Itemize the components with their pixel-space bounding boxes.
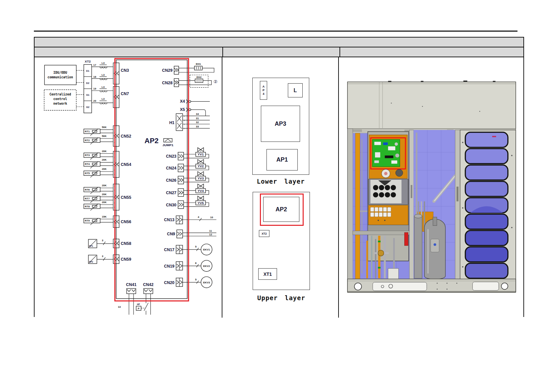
cn59-label: CN59 — [121, 257, 131, 262]
svg-text:RT8: RT8 — [85, 205, 90, 208]
cn7-label: CN7 — [121, 91, 129, 96]
center-frame-column — [409, 130, 414, 292]
sp2-pressure-sensor: SP2 3 — [88, 255, 113, 264]
base-hole — [354, 283, 362, 290]
hp-pressure-switch: HP P — [136, 303, 144, 310]
board-ap1: AP1 — [266, 149, 298, 170]
svg-text:CN23: CN23 — [166, 154, 176, 159]
l3-choke-label: L3 — [102, 73, 105, 76]
svg-text:RT3: RT3 — [85, 154, 90, 157]
svg-text:20K: 20K — [102, 201, 107, 204]
terminal-d1: D1 — [86, 69, 89, 72]
svg-text:3: 3 — [184, 119, 185, 121]
svg-text:EKV3: EKV3 — [203, 281, 210, 284]
rt7-sensor: RT7 20K — [84, 193, 113, 203]
small-separator-cylinder — [414, 214, 422, 278]
cn55-label: CN55 — [121, 195, 131, 200]
terminal-strip — [368, 205, 408, 225]
svg-text:5: 5 — [195, 278, 197, 281]
svg-text:6: 6 — [195, 262, 197, 265]
svg-text:18: 18 — [93, 75, 96, 78]
svg-text:32: 32 — [196, 121, 199, 124]
wire-19: 19 L3 — [92, 86, 113, 92]
rt6-sensor: RT6 20K — [84, 184, 113, 194]
board-layout-cell: A P 4 L AP3 AP1 Lower layer AP2 XT2 XT1 … — [222, 57, 339, 318]
sp1-pressure-sensor: SP1 3 — [88, 239, 113, 248]
svg-text:CN30: CN30 — [166, 203, 176, 207]
svg-text:CN26: CN26 — [166, 178, 176, 183]
cn3-label: CN3 — [121, 68, 129, 73]
svg-text:RT1: RT1 — [85, 130, 90, 133]
x4-terminal: X4 — [180, 99, 210, 104]
board-l: L — [288, 83, 303, 97]
svg-text:YV5: YV5 — [197, 201, 204, 205]
svg-text:1: 1 — [184, 115, 185, 117]
svg-text:RT6: RT6 — [85, 188, 90, 191]
svg-text:3: 3 — [102, 239, 103, 242]
svg-text:CN20: CN20 — [164, 280, 175, 285]
wire-17: 17 L3 — [92, 62, 113, 68]
middle-compartment — [414, 130, 455, 279]
eh2-label: EH2 — [196, 76, 202, 79]
rt1-sensor: RT1 50K — [84, 126, 113, 136]
guard-slot — [465, 181, 508, 196]
svg-text:3: 3 — [102, 255, 103, 258]
right-frame-column — [455, 130, 460, 292]
rt-sensor-rows: RT1 50K RT2 50K — [84, 126, 113, 225]
idu-box-line1: IDU/ODU — [53, 71, 67, 74]
svg-text:CN27: CN27 — [166, 191, 176, 195]
coil-guard-panel — [460, 130, 516, 292]
xt2-label: XT2 — [85, 60, 91, 63]
ccn-box-line1: Centralized — [49, 92, 71, 96]
content-table: XT2 D1 D2 G1 G2 IDU/ODU communication — [34, 37, 524, 317]
ap2-wiring-diagram: XT2 D1 D2 G1 G2 IDU/ODU communication — [35, 57, 222, 318]
cn54-label: CN54 — [121, 162, 131, 167]
cn41-label: CN41 — [126, 282, 137, 287]
svg-text:YV4: YV4 — [197, 189, 204, 193]
guard-slot — [465, 214, 508, 229]
table-subheader-row — [35, 47, 523, 57]
svg-text:31: 31 — [196, 117, 199, 120]
svg-text:RT5: RT5 — [85, 172, 90, 175]
board-ap2: AP2 — [263, 197, 299, 222]
svg-text:20K: 20K — [102, 158, 107, 161]
rt9-sensor: RT9 15K — [84, 215, 113, 225]
terminal-d2: D2 — [86, 82, 89, 85]
vent-cutout — [396, 169, 403, 176]
svg-text:EKV2: EKV2 — [203, 265, 210, 268]
h1-label: H1 — [169, 120, 174, 125]
electrical-box — [368, 132, 409, 261]
svg-text:19: 19 — [93, 88, 96, 91]
rt3-sensor: RT3 20K — [84, 150, 113, 160]
p-symbol: P — [138, 307, 140, 310]
centralized-control-network-box: Centralized control network — [44, 90, 84, 111]
unit-photo-cell — [339, 57, 523, 318]
board-ap3: AP3 — [261, 106, 300, 142]
wire-18: 18 L3 — [92, 73, 113, 80]
terminal-xt2: XT2 — [259, 230, 269, 237]
svg-text:11: 11 — [209, 229, 212, 232]
rt8-sensor: RT8 20K — [84, 201, 113, 211]
terminal-g2: G2 — [86, 106, 89, 109]
svg-text:34: 34 — [196, 113, 199, 116]
page-top-rule — [34, 31, 517, 32]
guard-slot — [465, 247, 508, 262]
cn28-label: CN28 — [162, 81, 173, 85]
svg-text:20: 20 — [93, 99, 96, 102]
guard-slot — [465, 263, 508, 278]
ccn-box-line3: network — [53, 102, 67, 105]
base-hole — [501, 283, 508, 290]
x4-label: X4 — [180, 99, 185, 104]
comm-wires: 17 L3 18 L3 19 — [92, 62, 113, 104]
svg-text:CN17: CN17 — [164, 248, 175, 252]
board-label: AP2 — [144, 137, 159, 145]
idu-box-line2: communication — [47, 75, 73, 79]
cn9-label: CN9 — [167, 232, 175, 236]
orange-riser-pipe — [355, 133, 360, 279]
svg-text:RT7: RT7 — [85, 197, 90, 200]
main-control-pcb — [372, 140, 400, 167]
wire-13-label: 13 — [118, 305, 121, 308]
svg-text:EKV1: EKV1 — [203, 248, 210, 251]
cn52-label: CN52 — [121, 134, 131, 139]
left-frame-column — [347, 129, 353, 292]
